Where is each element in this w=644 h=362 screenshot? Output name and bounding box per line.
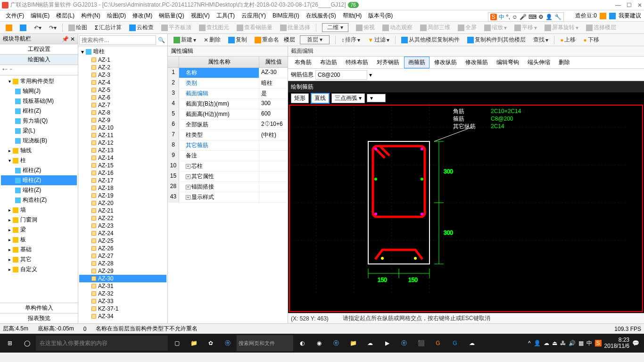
component-item[interactable]: AZ-34 [79,313,166,320]
property-row[interactable]: 7柱类型(中柱) [168,130,288,140]
undo-button[interactable]: ↶▾ [31,24,44,32]
explorer-icon[interactable]: 📁 [345,335,361,351]
tray-people-icon[interactable]: 👤 [534,340,541,346]
tray-cloud-icon[interactable]: ☁ [544,340,549,346]
component-item[interactable]: AZ-4 [79,79,166,86]
tree-item[interactable]: 柱 [1,156,77,165]
section-tab[interactable]: 特殊布筋 [342,57,372,68]
menu-draw[interactable]: 绘图(D) [104,11,129,21]
component-item[interactable]: AZ-16 [79,169,166,177]
section-tab[interactable]: 布边筋 [316,57,341,68]
tree-sub-item[interactable]: 框柱(Z) [1,106,77,116]
ime-keyboard-icon[interactable]: ⌨ [528,14,537,20]
tray-ime-icon[interactable]: 中 [586,339,592,347]
find-elem-button[interactable]: 查找图元 [196,23,232,33]
menu-cloud[interactable]: 云应用(Y) [239,11,269,21]
component-item[interactable]: AZ-5 [79,86,166,94]
copy-button[interactable]: 复制 [225,35,250,45]
ie-icon[interactable]: ⓔ [220,335,236,351]
arc-button[interactable]: 三点画弧 ▾ [331,93,365,103]
property-row[interactable]: 9备注 [168,151,288,161]
ime-emoji-icon[interactable]: ☺ [512,14,518,20]
app-7-icon[interactable]: ⬛ [413,335,429,351]
dropdown-icon[interactable]: ▾ [369,72,372,78]
ie2-icon[interactable]: ⓔ [328,335,344,351]
menu-edit[interactable]: 编辑(E) [28,11,52,21]
property-row[interactable]: 3截面编辑是 [168,89,288,99]
app-10-icon[interactable]: ☁ [464,335,480,351]
select-floor-button[interactable]: 选择楼层 [583,23,619,33]
property-row[interactable]: 2类别暗柱 [168,78,288,89]
draw-button[interactable]: 绘图 [66,23,90,33]
tray-usb-icon[interactable]: ⏏ [552,340,557,346]
tray-vol-icon[interactable]: 🔊 [569,340,576,346]
property-row[interactable]: 10+芯柱 [168,161,288,172]
component-item[interactable]: AZ-9 [79,116,166,124]
maximize-icon[interactable]: ☐ [627,2,632,8]
ime-toolbar[interactable]: S 中 °, ☺ 🎤 ⌨ ⚙ 👤 🔧 [488,12,564,22]
address-bar[interactable]: 搜索网页和文件 [237,335,293,351]
section-tab[interactable]: 对齐钢筋 [373,57,403,68]
property-row[interactable]: 8其它箍筋 [168,140,288,151]
app-5-icon[interactable]: ☁ [362,335,378,351]
menu-version[interactable]: 版本号(B) [365,11,396,21]
pan-button[interactable]: 平移▾ [512,23,540,33]
app-3-icon[interactable]: ◐ [294,335,310,351]
component-item[interactable]: AZ-3 [79,71,166,79]
tree-sub-item[interactable]: 筏板基础(M) [1,96,77,106]
component-item[interactable]: AZ-10 [79,124,166,132]
component-item[interactable]: AZ-21 [79,207,166,214]
property-row[interactable]: 4截面宽(B边)(mm)300 [168,99,288,109]
tree-item[interactable]: 基础 [1,245,77,255]
local-3d-button[interactable]: 局部三维 [417,23,453,33]
menu-floor[interactable]: 楼层(L) [53,11,77,21]
tree-sub-item[interactable]: 框柱(Z) [1,165,77,175]
floor-select[interactable]: 首层 ▾ [297,34,332,45]
menu-help[interactable]: 帮助(H) [340,11,365,21]
tab-project-settings[interactable]: 工程设置 [0,44,78,55]
move-up-button[interactable]: ●上移 [557,35,578,45]
minimize-icon[interactable]: — [615,2,621,8]
copy-from-button[interactable]: 从其他楼层复制构件 [398,35,462,45]
tab-draw-input[interactable]: 绘图输入 [0,55,78,65]
tree-sub-item[interactable]: 构造柱(Z) [1,195,77,205]
component-item[interactable]: AZ-1 [79,56,166,64]
view2d-button[interactable]: 二维 ▾ [319,22,351,33]
tree-item[interactable]: 门窗洞 [1,215,77,225]
ime-mic-icon[interactable]: 🎤 [520,14,527,20]
sum-button[interactable]: Σ 汇总计算 [92,23,124,33]
component-item[interactable]: AZ-28 [79,260,166,267]
component-item[interactable]: AZ-19 [79,192,166,199]
property-row[interactable]: 28+锚固搭接 [168,182,288,192]
tree-item[interactable]: 自定义 [1,264,77,274]
component-item[interactable]: AZ-30 [79,275,166,282]
property-row[interactable]: 5截面高(H边)(mm)600 [168,109,288,120]
component-tree[interactable]: ▾ 暗柱 AZ-1 AZ-2 AZ-3 AZ-4 AZ-5 AZ-6 AZ-7 … [78,46,167,323]
component-item[interactable]: AZ-12 [79,139,166,147]
app-2-icon[interactable]: ✿ [203,335,219,351]
tree-item[interactable]: 其它 [1,255,77,264]
component-item[interactable]: AZ-7 [79,101,166,109]
section-tab[interactable]: 删除 [555,57,574,68]
section-tab[interactable]: 修改箍筋 [462,57,492,68]
section-tab[interactable]: 布角筋 [291,57,315,68]
component-root[interactable]: ▾ 暗柱 [79,47,166,56]
delete-button[interactable]: ✕ 删除 [201,35,223,45]
menu-rebar[interactable]: 钢筋量(Q) [156,11,187,21]
taskbar-search[interactable]: 在这里输入你要搜索的内容 [36,336,168,351]
pin-icon[interactable]: 📌 ✕ [62,36,75,42]
section-tab[interactable]: 编辑弯钩 [493,57,523,68]
tree-sub-item[interactable]: 轴网(J) [1,86,77,96]
property-row[interactable]: 15+其它属性 [168,172,288,182]
ime-tool-icon[interactable]: 🔧 [554,14,561,20]
taskbar-clock[interactable]: 8:23 2018/11/6 [604,337,629,349]
edge-icon[interactable]: ⓔ [396,335,412,351]
tree-sub-item[interactable]: 暗柱(Z) [1,175,77,185]
notification-icon[interactable]: 💬 [632,340,639,346]
menu-modify[interactable]: 修改(M) [130,11,155,21]
check-rebar-button[interactable]: 查看钢筋量 [234,23,275,33]
component-item[interactable]: AZ-32 [79,290,166,297]
section-tab[interactable]: 端头伸缩 [524,57,554,68]
component-item[interactable]: AZ-20 [79,199,166,207]
ime-person-icon[interactable]: 👤 [545,14,553,20]
